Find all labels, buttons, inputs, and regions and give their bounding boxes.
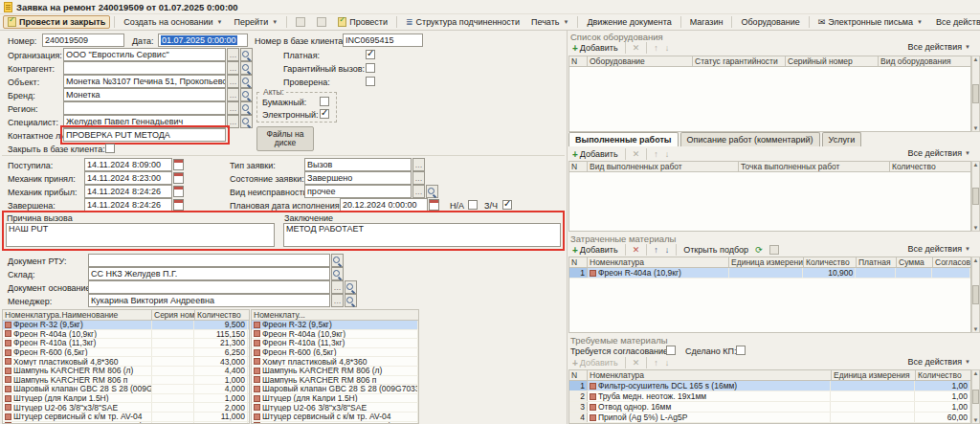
works-move-down-button[interactable]: ↓ bbox=[663, 149, 672, 159]
counterparty-field[interactable] bbox=[63, 61, 226, 75]
column-header[interactable]: Вид оборудования bbox=[879, 56, 971, 67]
table-row[interactable]: 4 Припой (Ag 5%) L-Ag5P 60,00 bbox=[569, 413, 970, 423]
electronic-act-checkbox[interactable] bbox=[320, 109, 329, 119]
print-button[interactable]: Печать▼ bbox=[526, 15, 573, 29]
column-header[interactable]: Статус гарантийности bbox=[693, 56, 786, 67]
equipment-delete-button[interactable]: ✕ bbox=[631, 43, 642, 53]
planned-date-field[interactable]: 20.12.2024 0:00:00 bbox=[340, 198, 428, 212]
warehouse-open-button[interactable] bbox=[331, 267, 344, 280]
organization-select-button[interactable]: … bbox=[227, 48, 239, 61]
column-header[interactable]: Номенклатура bbox=[588, 257, 729, 268]
object-select-button[interactable]: … bbox=[227, 75, 239, 88]
table-row[interactable]: Фреон R-410a (11,3кг) bbox=[252, 339, 418, 348]
close-in-client-base-checkbox[interactable] bbox=[105, 144, 115, 153]
column-header[interactable]: N bbox=[568, 369, 588, 381]
table-row[interactable]: Фреон R-404a (10,9кг)115,150 bbox=[3, 330, 249, 340]
counterparty-select-button[interactable]: … bbox=[227, 61, 239, 75]
table-row[interactable]: Шампунь KARCHER RM 806 (л) bbox=[252, 367, 418, 376]
store-button[interactable]: Магазин bbox=[685, 15, 728, 29]
column-header[interactable]: Количество bbox=[890, 161, 971, 172]
fault-type-open-button[interactable] bbox=[426, 185, 438, 198]
works-table-body[interactable] bbox=[568, 172, 971, 232]
calendar-icon[interactable] bbox=[429, 199, 439, 211]
column-header[interactable]: Сумма bbox=[897, 257, 933, 268]
column-header[interactable]: Номенклату... bbox=[251, 309, 419, 321]
table-row[interactable]: Штуцер U2-06 3/8"x3/8"SAE bbox=[252, 403, 418, 413]
column-header[interactable]: Номенклатура.Наименование bbox=[2, 309, 152, 321]
client-base-number-field[interactable]: INC0695415 bbox=[343, 33, 423, 47]
paid-checkbox[interactable] bbox=[366, 50, 375, 59]
calendar-icon[interactable] bbox=[173, 199, 184, 211]
table-row[interactable]: Штуцер сервисный с к/м тр. AV-04 bbox=[252, 413, 418, 422]
object-field[interactable]: Монетка №3107 Печина 51, Прокопьевск, КО bbox=[63, 75, 226, 88]
manager-field[interactable]: Кукарина Виктория Андреевна bbox=[88, 294, 330, 307]
refresh-button[interactable]: ⟳ bbox=[753, 245, 765, 255]
files-on-disk-button[interactable]: Файлы на диске bbox=[256, 126, 314, 151]
finished-field[interactable]: 14.11.2024 8:24:26 bbox=[84, 198, 172, 212]
equipment-move-up-button[interactable]: ↑ bbox=[652, 43, 660, 53]
works-move-up-button[interactable]: ↑ bbox=[652, 149, 660, 159]
required-move-up-button[interactable]: ↑ bbox=[652, 358, 660, 368]
post-button[interactable]: Провести bbox=[333, 15, 392, 29]
table-row[interactable]: 3 Отвод однор. 16мм 1,00 bbox=[569, 402, 970, 413]
column-header[interactable]: Согласовано bbox=[933, 257, 971, 268]
request-type-field[interactable]: Вызов bbox=[304, 158, 412, 171]
na-checkbox[interactable] bbox=[468, 200, 478, 210]
column-header[interactable]: N bbox=[568, 56, 588, 67]
request-type-select-button[interactable]: … bbox=[412, 158, 425, 171]
calendar-icon[interactable] bbox=[173, 172, 184, 184]
contact-person-field[interactable]: ПРОВЕРКА PUT МЕТОДА bbox=[63, 128, 226, 142]
table-row[interactable]: 1 Фреон R-404a (10,9кг) 10,900 bbox=[569, 268, 970, 279]
column-header[interactable]: Вид выполненных работ bbox=[588, 161, 739, 172]
vertical-scrollbar[interactable]: ▲▼ bbox=[971, 257, 980, 333]
subordination-structure-button[interactable]: ≣ Структура подчиненности bbox=[401, 15, 524, 29]
specialist-open-button[interactable] bbox=[240, 115, 253, 128]
required-add-button[interactable]: +Добавить bbox=[570, 358, 620, 368]
table-row[interactable]: Штуцер (для Калри 1.5Н) bbox=[252, 394, 418, 404]
required-all-actions-button[interactable]: Все действия▼ bbox=[907, 357, 970, 367]
warehouse-field[interactable]: СС НКЗ Желудев П.Г. bbox=[88, 267, 330, 280]
tab-services[interactable]: Услуги bbox=[822, 132, 862, 146]
organization-open-button[interactable] bbox=[240, 48, 253, 61]
table-row[interactable]: Штуцер (для Калри 1.5Н)1,000 bbox=[3, 394, 249, 404]
zch-checkbox[interactable] bbox=[502, 200, 512, 210]
copy-button[interactable] bbox=[768, 245, 781, 255]
column-header[interactable]: Единица измерения bbox=[832, 369, 916, 381]
brand-field[interactable]: Монетка bbox=[63, 88, 226, 101]
table-row[interactable]: Штуцер сервисный с к/м тр. AV-0411,000 bbox=[3, 413, 249, 422]
conclusion-textarea[interactable]: МЕТОД РАБОТАЕТ bbox=[283, 223, 561, 247]
paper-act-checkbox[interactable] bbox=[320, 97, 329, 106]
required-move-down-button[interactable]: ↓ bbox=[663, 358, 672, 368]
column-header[interactable]: Количество bbox=[195, 309, 250, 321]
specialist-select-button[interactable]: … bbox=[227, 115, 239, 128]
tab-works-description[interactable]: Описание работ (комментарий) bbox=[680, 132, 820, 146]
spent-move-up-button[interactable]: ↑ bbox=[652, 245, 660, 255]
works-delete-button[interactable]: ✕ bbox=[631, 149, 642, 159]
table-row[interactable]: 1 Фильтр-осушитель DCL 165 s (16мм) 1,00 bbox=[569, 381, 970, 391]
spent-add-button[interactable]: +Добавить bbox=[570, 245, 620, 256]
vertical-scrollbar[interactable]: ▲▼ bbox=[971, 369, 980, 424]
spent-all-actions-button[interactable]: Все действия▼ bbox=[907, 244, 970, 254]
create-on-base-button[interactable]: Создать на основании▼ bbox=[119, 15, 227, 29]
manager-open-button[interactable] bbox=[345, 294, 357, 307]
post-and-close-button[interactable]: Провести и закрыть bbox=[3, 15, 110, 29]
equipment-move-down-button[interactable]: ↓ bbox=[663, 43, 672, 53]
column-header[interactable]: Оборудование bbox=[588, 56, 693, 67]
required-delete-button[interactable]: ✕ bbox=[631, 358, 642, 368]
counterparty-open-button[interactable] bbox=[240, 61, 253, 75]
table-row[interactable]: Штуцер U2-06 3/8"x3/8"SAE2,000 bbox=[3, 403, 249, 413]
mechanic-accepted-field[interactable]: 14.11.2024 8:23:00 bbox=[84, 171, 172, 185]
warranty-call-checkbox[interactable] bbox=[366, 63, 375, 73]
rtu-document-open-button[interactable] bbox=[331, 254, 344, 267]
organization-field[interactable]: ООО "Евростиль Сервис" bbox=[63, 48, 226, 61]
toolbar-icon-button-1[interactable] bbox=[291, 15, 310, 29]
column-header[interactable]: Количество bbox=[916, 369, 971, 381]
goto-button[interactable]: Перейти▼ bbox=[230, 15, 283, 29]
fault-type-select-button[interactable]: … bbox=[412, 185, 425, 198]
approval-required-checkbox[interactable] bbox=[666, 346, 676, 355]
vertical-scrollbar[interactable]: ▲▼ bbox=[971, 161, 980, 232]
calendar-icon[interactable] bbox=[173, 159, 184, 170]
column-header[interactable]: Точка выполненных работ bbox=[739, 161, 890, 172]
verified-checkbox[interactable] bbox=[366, 77, 375, 86]
request-state-field[interactable]: Завершено bbox=[304, 171, 412, 185]
